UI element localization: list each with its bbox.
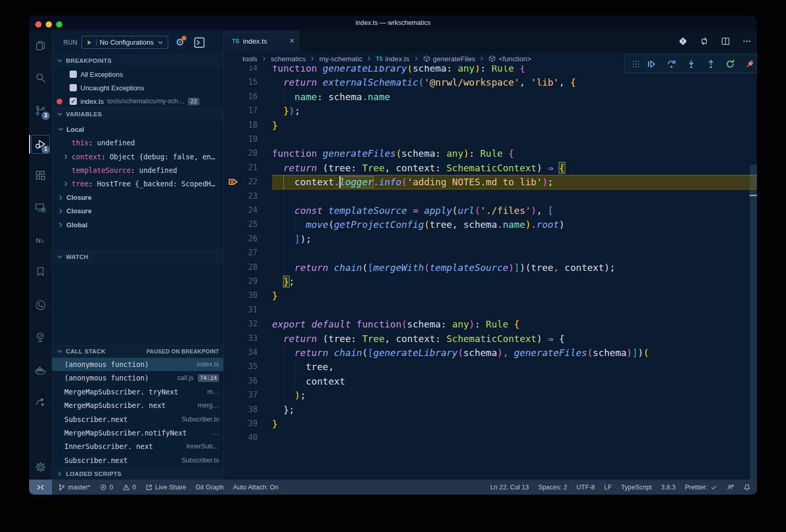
code-line-15[interactable]: return externalSchematic('@nrwl/workspac… xyxy=(272,75,757,89)
open-changes-button[interactable] xyxy=(678,36,688,46)
code-line-28[interactable]: return chain([mergeWith(templateSource)]… xyxy=(272,261,757,275)
line-number-17[interactable]: 17 xyxy=(224,104,258,118)
code-line-26[interactable]: ]); xyxy=(272,232,757,246)
status-item-cursor-position[interactable]: Ln 22, Col 13 xyxy=(490,480,528,495)
line-number-26[interactable]: 26 xyxy=(224,232,258,246)
code-line-34[interactable]: return chain([generateLibrary(schema), g… xyxy=(272,346,757,360)
breakpoints-section-header[interactable]: BREAKPOINTS xyxy=(52,54,223,66)
code-line-22[interactable]: context.logger.info('adding NOTES.md to … xyxy=(272,175,757,189)
line-number-31[interactable]: 31 xyxy=(224,303,258,317)
variable-scope-global[interactable]: Global xyxy=(52,218,223,231)
status-item-prettier[interactable]: Prettier: xyxy=(685,480,717,495)
code-line-23[interactable] xyxy=(272,189,757,203)
stack-frame-row[interactable]: (anonymous function)call.js74:24 xyxy=(52,371,223,385)
status-item-eol[interactable]: LF xyxy=(604,480,612,495)
breadcrumb-item[interactable]: <function> xyxy=(489,55,531,63)
activity-bar-item-run-and-debug[interactable]: 1 xyxy=(34,138,47,151)
close-tab-icon[interactable]: × xyxy=(290,37,294,45)
variable-row[interactable]: this: undefined xyxy=(52,136,223,149)
start-debug-icon[interactable] xyxy=(86,39,93,46)
activity-bar-item-bookmarks[interactable] xyxy=(34,265,47,278)
stack-frame-row[interactable]: MergeMapSubscriber._nextmerg… xyxy=(52,399,223,412)
code-line-38[interactable]: }; xyxy=(272,403,757,417)
line-number-37[interactable]: 37 xyxy=(224,388,258,402)
line-number-30[interactable]: 30 xyxy=(224,289,258,303)
line-number-38[interactable]: 38 xyxy=(224,403,258,417)
step-out-button[interactable] xyxy=(706,59,716,69)
step-over-button[interactable] xyxy=(667,59,676,69)
continue-button[interactable] xyxy=(646,59,656,69)
activity-bar-item-source-control[interactable]: 3 xyxy=(34,104,47,117)
status-item-warnings[interactable]: 0 xyxy=(123,480,136,495)
more-actions-button[interactable] xyxy=(742,36,752,46)
code-line-25[interactable]: move(getProjectConfig(tree, schema.name)… xyxy=(272,217,757,231)
code-line-37[interactable]: ); xyxy=(272,388,757,402)
variable-scope-closure[interactable]: Closure xyxy=(52,204,223,218)
code-line-18[interactable]: } xyxy=(272,118,757,132)
stack-frame-row[interactable]: Subscriber.nextSubscriber.ts xyxy=(52,454,223,467)
manage-settings-button[interactable] xyxy=(34,461,47,473)
breadcrumb-item[interactable]: my-schematic xyxy=(319,55,362,63)
activity-bar-item-nx-console[interactable]: N≥ xyxy=(34,234,47,247)
chevron-right-icon[interactable] xyxy=(62,180,70,187)
restart-button[interactable] xyxy=(725,59,735,69)
code-line-40[interactable] xyxy=(272,431,757,445)
line-number-16[interactable]: 16 xyxy=(224,90,258,104)
variable-row[interactable]: tree: HostTree {_backend: ScopedH… xyxy=(52,177,223,190)
loaded-scripts-section-header[interactable]: LOADED SCRIPTS xyxy=(52,467,223,480)
breadcrumb-item[interactable]: TSindex.ts xyxy=(376,55,409,63)
line-number-15[interactable]: 15 xyxy=(224,75,258,89)
status-item-live-share[interactable]: Live Share xyxy=(145,480,186,495)
breakpoint-row[interactable]: Uncaught Exceptions xyxy=(52,81,223,94)
debug-console-button[interactable] xyxy=(194,37,205,48)
line-number-19[interactable]: 19 xyxy=(224,132,258,146)
drag-handle[interactable] xyxy=(631,59,641,69)
launch-configuration-dropdown[interactable]: No Configurations xyxy=(82,36,168,49)
split-editor-button[interactable] xyxy=(721,36,730,46)
variable-row[interactable]: templateSource: undefined xyxy=(52,163,223,177)
tab-index-ts[interactable]: TS index.ts × xyxy=(224,30,300,52)
status-item-indentation[interactable]: Spaces: 2 xyxy=(538,480,567,495)
stack-frame-row[interactable]: (anonymous function)index.ts xyxy=(52,358,223,371)
breakpoint-checkbox[interactable] xyxy=(70,84,77,91)
code-line-36[interactable]: context xyxy=(272,374,757,388)
step-into-button[interactable] xyxy=(686,59,696,69)
variable-scope-closure[interactable]: Closure xyxy=(52,190,223,204)
line-number-28[interactable]: 28 xyxy=(224,261,258,275)
stack-frame-row[interactable]: MergeMapSubscriber._tryNextm… xyxy=(52,385,223,399)
line-number-29[interactable]: 29 xyxy=(224,275,258,289)
line-number-27[interactable]: 27 xyxy=(224,246,258,260)
status-item-git-branch[interactable]: master* xyxy=(58,480,90,495)
activity-bar-item-search[interactable] xyxy=(34,72,47,84)
stack-frame-row[interactable]: Subscriber.nextSubscriber.ts xyxy=(52,412,223,426)
breadcrumb-item[interactable]: schematics xyxy=(271,55,306,63)
status-item-notifications[interactable] xyxy=(743,480,751,495)
vertical-scrollbar[interactable] xyxy=(750,165,757,480)
code-line-30[interactable]: } xyxy=(272,289,757,303)
breakpoint-checkbox[interactable] xyxy=(70,71,77,78)
activity-bar-item-explorer[interactable] xyxy=(34,39,47,52)
code-line-35[interactable]: tree, xyxy=(272,360,757,374)
watch-section-header[interactable]: WATCH xyxy=(52,251,223,263)
call-stack-section-header[interactable]: CALL STACKPAUSED ON BREAKPOINT xyxy=(52,345,223,357)
code-line-39[interactable]: } xyxy=(272,417,757,431)
compare-changes-button[interactable] xyxy=(699,36,709,46)
code-line-21[interactable]: return (tree: Tree, context: SchematicCo… xyxy=(272,161,757,175)
status-item-remote-indicator[interactable] xyxy=(29,480,52,495)
stack-frame-row[interactable]: InnerSubscriber._nextInnerSub… xyxy=(52,440,223,453)
line-number-35[interactable]: 35 xyxy=(224,360,258,374)
line-number-34[interactable]: 34 xyxy=(224,346,258,360)
line-number-40[interactable]: 40 xyxy=(224,431,258,445)
status-item-git-graph[interactable]: Git Graph xyxy=(196,480,224,495)
status-item-auto-attach[interactable]: Auto Attach: On xyxy=(233,480,279,495)
breakpoint-row[interactable]: ✓index.tstools/schematics/my-sch…22 xyxy=(52,94,223,108)
status-item-language[interactable]: TypeScript xyxy=(621,480,652,495)
code-line-31[interactable] xyxy=(272,303,757,317)
breakpoint-row[interactable]: All Exceptions xyxy=(52,67,223,81)
line-number-36[interactable]: 36 xyxy=(224,374,258,388)
breadcrumb-item[interactable]: generateFiles xyxy=(423,55,476,63)
variable-scope-local[interactable]: Local xyxy=(52,122,223,136)
line-number-24[interactable]: 24 xyxy=(224,203,258,217)
code-line-33[interactable]: return (tree: Tree, context: SchematicCo… xyxy=(272,332,757,346)
line-number-23[interactable]: 23 xyxy=(224,189,258,203)
